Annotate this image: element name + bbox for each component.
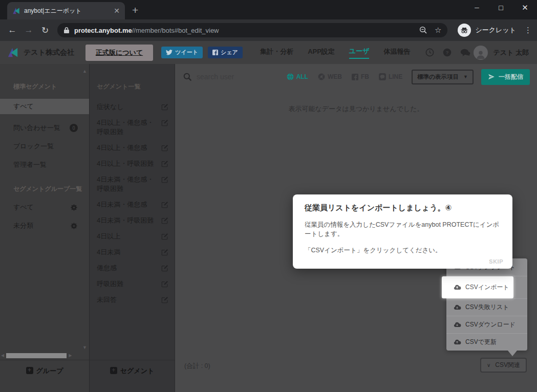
sidebar-item-inquiries[interactable]: 問い合わせ一覧 0 xyxy=(0,123,89,133)
list-item[interactable]: 4日未満・倦怠感・呼吸困難 xyxy=(90,175,175,193)
gear-icon[interactable] xyxy=(70,204,78,211)
list-item[interactable]: 倦怠感 xyxy=(90,264,175,273)
address-bar[interactable]: protect.anybot.me//member/bots#bot_edit_… xyxy=(57,23,447,37)
window-close-button[interactable]: ✕ xyxy=(513,0,537,15)
display-columns-dropdown[interactable]: 標準の表示項目 ▼ xyxy=(412,70,474,84)
sidebar2-footer: + セグメント xyxy=(90,360,175,392)
scroll-up-icon[interactable]: ▲ xyxy=(82,69,87,74)
caret-down-icon: ▼ xyxy=(463,74,468,79)
tab-strip: anybot|エニーボット ✕ + ─ □ ✕ xyxy=(0,0,537,19)
chat-icon[interactable] xyxy=(460,49,470,57)
segment-list: 症状なし 4日以上・倦怠感・呼吸困難 4日以上・倦怠感 4日以上・呼吸困難 4日… xyxy=(90,102,175,304)
edit-icon[interactable] xyxy=(161,233,168,240)
chevron-down-icon: ∨ xyxy=(487,362,490,368)
group-item-all[interactable]: すべて xyxy=(0,203,89,212)
filter-all[interactable]: ALL xyxy=(287,73,308,80)
twitter-bird-icon xyxy=(166,50,173,55)
window-minimize-button[interactable]: ─ xyxy=(465,0,489,15)
edit-icon[interactable] xyxy=(161,296,168,303)
scrollbar-thumb[interactable] xyxy=(6,353,67,358)
edit-icon[interactable] xyxy=(161,217,168,224)
filter-web[interactable]: WEB xyxy=(318,73,342,80)
tweet-button[interactable]: ツイート xyxy=(161,47,203,58)
app-page: テスト株式会社 正式版について ツイート シェア 集計・分析 APP設定 ユーザ… xyxy=(0,41,537,392)
edit-icon[interactable] xyxy=(161,176,168,183)
channel-filters: ALL WEB FB LINE xyxy=(287,73,403,80)
filter-fb[interactable]: FB xyxy=(352,73,369,80)
edit-icon[interactable] xyxy=(161,160,168,167)
window-maximize-button[interactable]: □ xyxy=(489,0,513,15)
add-segment-button[interactable]: + セグメント xyxy=(110,366,155,378)
list-item[interactable]: 4日未満・倦怠感 xyxy=(90,200,175,209)
list-item[interactable]: 4日以上・倦怠感・呼吸困難 xyxy=(90,118,175,137)
nav-analytics[interactable]: 集計・分析 xyxy=(260,47,293,58)
edit-icon[interactable] xyxy=(161,119,168,126)
add-group-button[interactable]: + グループ xyxy=(26,366,63,378)
nav-temperature-report[interactable]: 体温報告 xyxy=(383,47,410,58)
globe-icon xyxy=(287,73,294,80)
scroll-left-icon[interactable]: ◀ xyxy=(1,353,4,358)
list-item[interactable]: 4日以上・倦怠感 xyxy=(90,143,175,153)
list-item[interactable]: 4日未満・呼吸困難 xyxy=(90,216,175,225)
csv-related-button[interactable]: ∨ CSV関連 xyxy=(480,358,527,373)
segment-sidebar: 標準セグメント すべて 問い合わせ一覧 0 ブロック一覧 管理者一覧 セグメント… xyxy=(0,64,89,392)
bulk-broadcast-button[interactable]: 一括配信 xyxy=(481,69,530,85)
edit-icon[interactable] xyxy=(161,280,168,288)
gear-icon[interactable] xyxy=(70,222,78,230)
inquiry-count-badge: 0 xyxy=(70,124,78,132)
sidebar-item-all[interactable]: すべて xyxy=(0,99,89,114)
edit-icon[interactable] xyxy=(161,144,168,151)
list-item[interactable]: 呼吸困難 xyxy=(90,279,175,289)
horizontal-scrollbar[interactable]: ◀ ▶ xyxy=(1,352,81,359)
zoom-out-icon[interactable] xyxy=(419,26,427,34)
app-header: テスト株式会社 正式版について ツイート シェア 集計・分析 APP設定 ユーザ… xyxy=(0,41,537,64)
list-item[interactable]: 4日以上 xyxy=(90,232,175,241)
back-button[interactable]: ← xyxy=(5,25,19,35)
new-tab-button[interactable]: + xyxy=(132,4,138,16)
tab-title: anybot|エニーボット xyxy=(24,7,110,15)
incognito-label: シークレット xyxy=(475,26,516,35)
edit-icon[interactable] xyxy=(161,265,168,272)
popup-body-line1: 従業員の情報を入力したCSVファイルをanybot PROTECTにインポートし… xyxy=(305,221,501,238)
menu-item-csv-import[interactable]: CSVインポート xyxy=(442,276,513,298)
menu-item-csv-update[interactable]: CSVで更新 xyxy=(446,333,527,351)
menu-item-csv-download[interactable]: CSVダウンロード xyxy=(446,316,527,333)
reload-button[interactable]: ↻ xyxy=(38,25,52,36)
menu-item-csv-failed-list[interactable]: CSV失敗リスト xyxy=(446,298,527,316)
scroll-down-icon[interactable]: ▼ xyxy=(82,345,87,350)
browser-tab[interactable]: anybot|エニーボット ✕ xyxy=(7,2,125,19)
facebook-share-button[interactable]: シェア xyxy=(208,47,243,58)
url-path: //member/bots#bot_edit_view xyxy=(132,27,219,34)
sidebar-item-blocked[interactable]: ブロック一覧 xyxy=(0,142,89,151)
forward-button[interactable]: → xyxy=(22,25,36,35)
user-avatar[interactable] xyxy=(474,46,488,60)
beta-info-button[interactable]: 正式版について xyxy=(85,45,153,61)
list-item[interactable]: 症状なし xyxy=(90,102,175,112)
help-icon[interactable]: ? xyxy=(443,48,452,57)
edit-icon[interactable] xyxy=(161,249,168,256)
list-item[interactable]: 4日未満 xyxy=(90,248,175,257)
search-input[interactable] xyxy=(197,73,273,81)
nav-users[interactable]: ユーザ xyxy=(349,47,370,59)
browser-menu-icon[interactable]: ⋮ xyxy=(524,26,532,35)
filter-line[interactable]: LINE xyxy=(379,73,402,80)
list-item[interactable]: 未回答 xyxy=(90,295,175,304)
total-count-label: (合計 : 0) xyxy=(184,362,210,371)
cloud-upload-icon xyxy=(453,339,461,346)
browser-toolbar: ← → ↻ protect.anybot.me//member/bots#bot… xyxy=(0,19,537,41)
search-toolbar: ALL WEB FB LINE xyxy=(175,64,537,90)
list-item[interactable]: 4日以上・呼吸困難 xyxy=(90,159,175,168)
tab-close-icon[interactable]: ✕ xyxy=(114,7,120,15)
skip-link[interactable]: SKIP xyxy=(489,258,503,265)
group-item-uncategorized[interactable]: 未分類 xyxy=(0,221,89,230)
nav-app-settings[interactable]: APP設定 xyxy=(308,47,335,58)
history-clock-icon[interactable] xyxy=(425,48,434,57)
sidebar-item-admins[interactable]: 管理者一覧 xyxy=(0,160,89,169)
edit-icon[interactable] xyxy=(161,103,168,111)
scroll-right-icon[interactable]: ▶ xyxy=(69,353,72,358)
bookmark-star-icon[interactable]: ☆ xyxy=(435,26,441,35)
popup-body-line2: 「CSVインポート」をクリックしてください。 xyxy=(305,246,501,255)
menu-item-csv-import-highlight: CSVインポート xyxy=(446,276,527,298)
anybot-logo-icon xyxy=(7,47,18,59)
edit-icon[interactable] xyxy=(161,201,168,208)
